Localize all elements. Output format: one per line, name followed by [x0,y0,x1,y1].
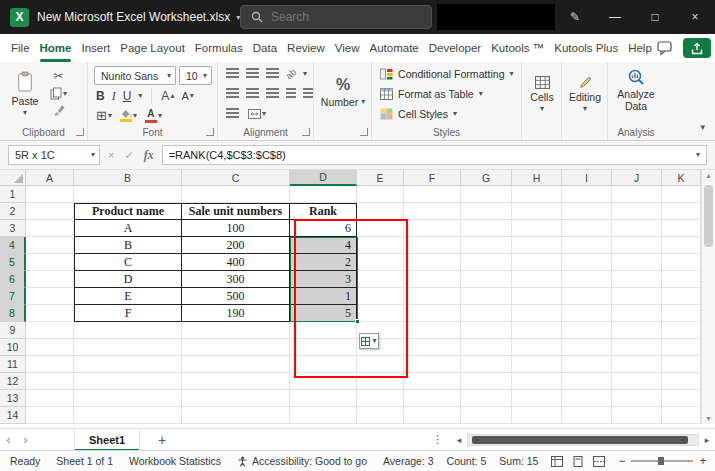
cell-B1[interactable] [74,186,182,203]
cell-B9[interactable] [74,322,182,339]
clipboard-dialog-launcher-icon[interactable] [76,128,84,136]
cell-C11[interactable] [182,356,290,373]
cell-A4[interactable] [26,237,74,254]
cell-B2[interactable]: Product name [74,203,182,220]
cell-F3[interactable] [404,220,461,237]
col-header-H[interactable]: H [512,170,562,186]
cell-J2[interactable] [612,203,662,220]
cell-A11[interactable] [26,356,74,373]
tab-file[interactable]: File [6,34,35,62]
cell-B13[interactable] [74,390,182,407]
cell-D9[interactable] [290,322,357,339]
cell-G4[interactable] [461,237,512,254]
cell-H1[interactable] [512,186,562,203]
col-header-C[interactable]: C [182,170,290,186]
cell-K5[interactable] [662,254,701,271]
cell-H3[interactable] [512,220,562,237]
prev-sheet-icon[interactable]: ‹ [0,433,17,446]
cell-E11[interactable] [357,356,404,373]
tab-page-layout[interactable]: Page Layout [115,34,190,62]
status-average[interactable]: Average: 3 [383,455,434,467]
vertical-scrollbar[interactable]: ▴ ▾ [701,170,715,424]
cell-A9[interactable] [26,322,74,339]
copy-button[interactable]: ▾ [50,87,67,100]
cell-D11[interactable] [290,356,357,373]
cell-A14[interactable] [26,407,74,424]
cell-G8[interactable] [461,305,512,322]
cell-J14[interactable] [612,407,662,424]
status-count[interactable]: Count: 5 [447,455,487,467]
cell-B6[interactable]: D [74,271,182,288]
align-middle-icon[interactable] [246,68,259,79]
cell-D14[interactable] [290,407,357,424]
cell-F6[interactable] [404,271,461,288]
cell-I2[interactable] [562,203,612,220]
cell-C13[interactable] [182,390,290,407]
tab-formulas[interactable]: Formulas [190,34,248,62]
cell-E4[interactable] [357,237,404,254]
cell-K13[interactable] [662,390,701,407]
cell-B14[interactable] [74,407,182,424]
align-bottom-icon[interactable] [266,68,279,79]
cell-I3[interactable] [562,220,612,237]
cell-J13[interactable] [612,390,662,407]
cell-F9[interactable] [404,322,461,339]
cell-H4[interactable] [512,237,562,254]
cell-H9[interactable] [512,322,562,339]
cell-G13[interactable] [461,390,512,407]
cell-J1[interactable] [612,186,662,203]
tab-developer[interactable]: Developer [424,34,486,62]
cell-A12[interactable] [26,373,74,390]
orientation-chevron-icon[interactable]: ▾ [303,70,307,78]
cell-B7[interactable]: E [74,288,182,305]
vertical-scroll-thumb[interactable] [704,185,713,247]
row-header-2[interactable]: 2 [0,203,26,220]
cell-K1[interactable] [662,186,701,203]
sheet-options-dots-icon[interactable]: ⋮ [432,433,443,446]
cell-K2[interactable] [662,203,701,220]
cell-D13[interactable] [290,390,357,407]
scroll-left-icon[interactable]: ◂ [453,435,465,445]
cell-D6[interactable]: 3 [290,271,357,288]
cell-E8[interactable] [357,305,404,322]
accessibility-status[interactable]: Accessibility: Good to go [237,455,367,467]
format-painter-button[interactable] [50,104,67,116]
cell-E12[interactable] [357,373,404,390]
cell-D8[interactable]: 5 [290,305,357,322]
sheet-tab-sheet1[interactable]: Sheet1 [74,429,140,451]
next-sheet-icon[interactable]: › [17,433,34,446]
cell-E5[interactable] [357,254,404,271]
underline-chevron-icon[interactable]: ▾ [138,92,142,100]
cell-C2[interactable]: Sale unit numbers [182,203,290,220]
cell-A1[interactable] [26,186,74,203]
shrink-font-button[interactable]: A▾ [181,90,193,102]
fill-color-button[interactable]: ▾ [120,109,137,122]
cell-D10[interactable] [290,339,357,356]
orientation-icon[interactable]: ab [284,66,298,80]
tab-kutools-plus[interactable]: Kutools Plus [549,34,623,62]
cell-H10[interactable] [512,339,562,356]
ribbon-collapse-chevron-icon[interactable]: ▾ [700,122,705,132]
cell-J3[interactable] [612,220,662,237]
tab-view[interactable]: View [330,34,365,62]
scroll-right-icon[interactable]: ▸ [701,435,713,445]
col-header-D[interactable]: D [290,170,357,186]
cell-H2[interactable] [512,203,562,220]
zoom-in-button[interactable]: + [699,454,706,468]
cell-F1[interactable] [404,186,461,203]
confirm-entry-icon[interactable]: ✓ [124,149,133,162]
number-dialog-launcher-icon[interactable] [360,128,368,136]
cell-F8[interactable] [404,305,461,322]
cell-K12[interactable] [662,373,701,390]
row-header-10[interactable]: 10 [0,339,26,356]
cell-A8[interactable] [26,305,74,322]
row-header-12[interactable]: 12 [0,373,26,390]
tab-home[interactable]: Home [35,34,77,62]
cell-H6[interactable] [512,271,562,288]
cell-G6[interactable] [461,271,512,288]
cell-K9[interactable] [662,322,701,339]
align-center-icon[interactable] [246,88,259,99]
cell-E1[interactable] [357,186,404,203]
cell-E7[interactable] [357,288,404,305]
cell-F12[interactable] [404,373,461,390]
